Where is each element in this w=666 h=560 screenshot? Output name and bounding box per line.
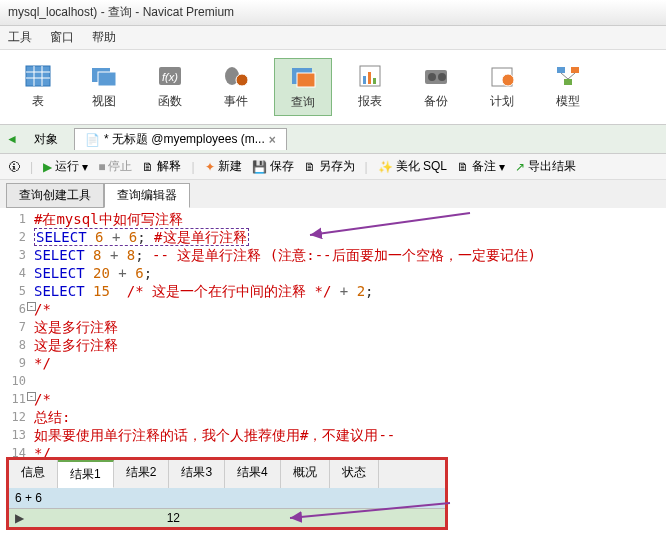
ribbon-label: 计划 <box>490 93 514 110</box>
back-icon[interactable]: ◄ <box>6 132 18 146</box>
ribbon-view[interactable]: 视图 <box>76 58 132 116</box>
ribbon-event[interactable]: 事件 <box>208 58 264 116</box>
ribbon-function[interactable]: f(x) 函数 <box>142 58 198 116</box>
tab-query-editor[interactable]: 查询编辑器 <box>104 183 190 208</box>
window-title: mysql_localhost) - 查询 - Navicat Premium <box>0 0 666 26</box>
tab-result-1[interactable]: 结果1 <box>58 460 114 488</box>
ribbon-query[interactable]: 查询 <box>274 58 332 116</box>
svg-point-18 <box>428 73 436 81</box>
ribbon-plan[interactable]: 计划 <box>474 58 530 116</box>
svg-point-21 <box>502 74 514 86</box>
results-panel: 信息 结果1 结果2 结果3 结果4 概况 状态 6 + 6 ▶ 12 <box>6 457 448 530</box>
event-icon <box>220 62 252 90</box>
tab-query-builder[interactable]: 查询创建工具 <box>6 183 104 208</box>
svg-line-25 <box>561 73 568 79</box>
svg-rect-14 <box>363 76 366 84</box>
svg-point-10 <box>236 74 248 86</box>
stop-button[interactable]: ■停止 <box>98 158 132 175</box>
document-tab-active[interactable]: 📄 * 无标题 @myemployees (m... × <box>74 128 287 150</box>
tab-status[interactable]: 状态 <box>330 460 379 488</box>
sql-editor[interactable]: 1#在mysql中如何写注释 2SELECT 6 + 6; #这是单行注释 3S… <box>0 208 666 464</box>
query-toolbar: 🛈 | ▶运行 ▾ ■停止 🗎解释 | ✦新建 💾保存 🗎另存为 | ✨美化 S… <box>0 154 666 180</box>
explain-button[interactable]: 🗎解释 <box>142 158 181 175</box>
ribbon-label: 事件 <box>224 93 248 110</box>
tab-summary[interactable]: 概况 <box>281 460 330 488</box>
query-subtabs: 查询创建工具 查询编辑器 <box>0 180 666 208</box>
beautify-button[interactable]: ✨美化 SQL <box>378 158 447 175</box>
ribbon-label: 视图 <box>92 93 116 110</box>
svg-rect-22 <box>557 67 565 73</box>
save-button[interactable]: 💾保存 <box>252 158 294 175</box>
ribbon-label: 表 <box>32 93 44 110</box>
model-icon <box>552 62 584 90</box>
tab-label: * 无标题 @myemployees (m... <box>104 131 265 148</box>
close-icon[interactable]: × <box>269 133 276 147</box>
ribbon-label: 函数 <box>158 93 182 110</box>
export-button[interactable]: ↗导出结果 <box>515 158 576 175</box>
svg-rect-12 <box>297 73 315 87</box>
menu-window[interactable]: 窗口 <box>50 29 74 46</box>
result-column-header[interactable]: 6 + 6 <box>9 488 445 509</box>
ribbon-label: 查询 <box>291 94 315 111</box>
run-button[interactable]: ▶运行 ▾ <box>43 158 88 175</box>
function-icon: f(x) <box>154 62 186 90</box>
ribbon-label: 备份 <box>424 93 448 110</box>
svg-rect-15 <box>368 72 371 84</box>
saveas-button[interactable]: 🗎另存为 <box>304 158 355 175</box>
plan-icon <box>486 62 518 90</box>
note-button[interactable]: 🗎备注 ▾ <box>457 158 505 175</box>
menu-bar: 工具 窗口 帮助 <box>0 26 666 50</box>
tab-info[interactable]: 信息 <box>9 460 58 488</box>
result-cell-value: 12 <box>30 511 180 525</box>
new-button[interactable]: ✦新建 <box>205 158 242 175</box>
svg-rect-24 <box>564 79 572 85</box>
menu-tools[interactable]: 工具 <box>8 29 32 46</box>
result-row[interactable]: ▶ 12 <box>9 509 445 527</box>
tab-result-2[interactable]: 结果2 <box>114 460 170 488</box>
backup-icon <box>420 62 452 90</box>
ribbon-label: 报表 <box>358 93 382 110</box>
menu-help[interactable]: 帮助 <box>92 29 116 46</box>
ribbon-report[interactable]: 报表 <box>342 58 398 116</box>
document-tabs: ◄ 对象 📄 * 无标题 @myemployees (m... × <box>0 125 666 154</box>
tab-result-4[interactable]: 结果4 <box>225 460 281 488</box>
row-indicator-icon: ▶ <box>15 511 24 525</box>
ribbon-toolbar: 表 视图 f(x) 函数 事件 查询 报表 备份 计划 模型 <box>0 50 666 125</box>
table-icon <box>22 62 54 90</box>
query-doc-icon: 📄 <box>85 133 100 147</box>
result-grid: 6 + 6 ▶ 12 <box>9 488 445 527</box>
svg-rect-0 <box>26 66 50 86</box>
result-tabs: 信息 结果1 结果2 结果3 结果4 概况 状态 <box>9 460 445 488</box>
ribbon-table[interactable]: 表 <box>10 58 66 116</box>
svg-line-26 <box>568 73 575 79</box>
svg-rect-23 <box>571 67 579 73</box>
info-icon[interactable]: 🛈 <box>8 160 20 174</box>
query-icon <box>287 63 319 91</box>
ribbon-model[interactable]: 模型 <box>540 58 596 116</box>
view-icon <box>88 62 120 90</box>
svg-text:f(x): f(x) <box>162 71 178 83</box>
ribbon-backup[interactable]: 备份 <box>408 58 464 116</box>
svg-point-19 <box>438 73 446 81</box>
tab-result-3[interactable]: 结果3 <box>169 460 225 488</box>
ribbon-label: 模型 <box>556 93 580 110</box>
svg-rect-16 <box>373 78 376 84</box>
report-icon <box>354 62 386 90</box>
svg-rect-6 <box>98 72 116 86</box>
objects-tab[interactable]: 对象 <box>24 129 68 150</box>
